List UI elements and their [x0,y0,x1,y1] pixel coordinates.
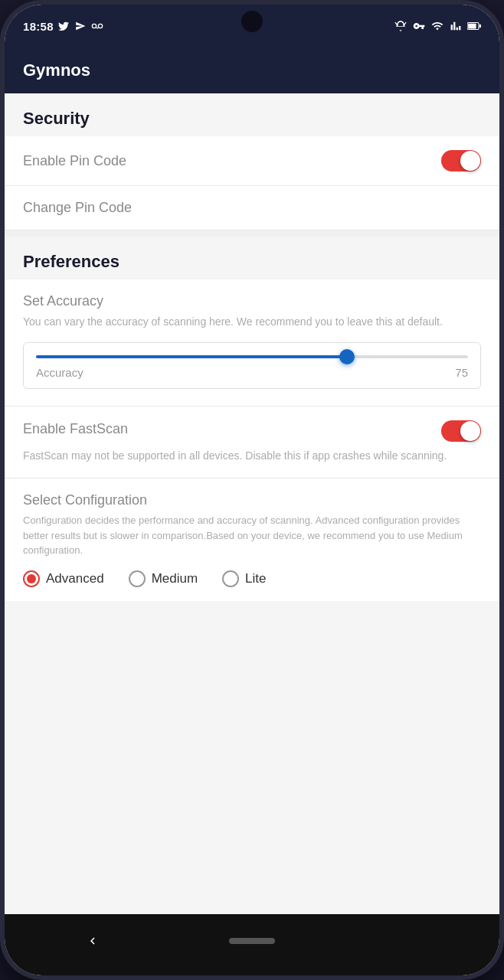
fastscan-toggle[interactable] [441,420,481,442]
accuracy-slider-container: Accuracy 75 [23,342,481,389]
camera-notch [241,11,263,32]
slider-fill [36,355,347,358]
radio-label-lite: Lite [245,571,266,586]
slider-label-text: Accuracy [36,366,83,379]
slider-track[interactable] [36,355,468,358]
accuracy-section: Set Accuracy You can vary the accuracy o… [5,279,499,406]
config-description: Configuration decides the performance an… [23,513,481,558]
radio-label-medium: Medium [152,571,198,586]
app-title: Gymnos [23,60,90,80]
preferences-title: Preferences [23,252,119,271]
send-icon [74,19,87,33]
alarm-icon [394,19,407,33]
content-area: Security Enable Pin Code Change Pin Code… [5,93,499,914]
radio-circle-medium[interactable] [129,570,146,587]
fastscan-header: Enable FastScan [23,420,481,442]
svg-point-0 [92,24,96,28]
phone-frame: 18:58 [0,0,504,980]
svg-rect-5 [479,24,481,28]
back-button[interactable] [81,929,104,952]
status-right-icons [394,19,481,33]
radio-circle-lite[interactable] [222,570,239,587]
radio-inner-advanced [27,574,36,583]
svg-point-1 [98,24,102,28]
enable-pin-row[interactable]: Enable Pin Code [5,136,499,186]
config-title: Select Configuration [23,492,481,508]
enable-pin-label: Enable Pin Code [23,153,126,169]
radio-circle-advanced[interactable] [23,570,40,587]
status-bar: 18:58 [5,5,499,47]
section-divider-1 [5,230,499,237]
radio-advanced[interactable]: Advanced [23,570,104,587]
security-title: Security [23,109,90,128]
signal-icon [449,19,463,33]
svg-rect-4 [468,24,476,29]
twitter-icon [57,19,70,33]
radio-label-advanced: Advanced [46,571,104,586]
wifi-icon [430,19,444,33]
security-section-header: Security [5,93,499,136]
phone-inner: 18:58 [5,5,499,975]
enable-pin-toggle[interactable] [441,150,481,172]
accuracy-label: Set Accuracy [23,293,481,309]
radio-lite[interactable]: Lite [222,570,266,587]
preferences-section-header: Preferences [5,237,499,279]
fastscan-toggle-knob [460,421,480,441]
app-bar: Gymnos [5,47,499,93]
config-section: Select Configuration Configuration decid… [5,478,499,601]
bottom-nav [5,914,499,975]
toggle-knob [460,151,480,171]
fastscan-description: FastScan may not be supported in all dev… [23,448,481,464]
change-pin-row[interactable]: Change Pin Code [5,186,499,230]
fastscan-section: Enable FastScan FastScan may not be supp… [5,406,499,478]
status-time: 18:58 [23,20,54,33]
accuracy-description: You can vary the accuracy of scanning he… [23,314,481,330]
change-pin-label: Change Pin Code [23,200,132,216]
config-options: Advanced Medium Lite [23,570,481,587]
fastscan-label: Enable FastScan [23,421,128,437]
slider-value: 75 [455,366,468,379]
slider-thumb[interactable] [339,349,355,364]
radio-medium[interactable]: Medium [129,570,198,587]
vpn-key-icon [412,19,426,33]
voicemail-icon [90,19,104,33]
home-pill[interactable] [229,938,275,944]
slider-labels: Accuracy 75 [36,366,468,379]
battery-icon [467,19,481,33]
